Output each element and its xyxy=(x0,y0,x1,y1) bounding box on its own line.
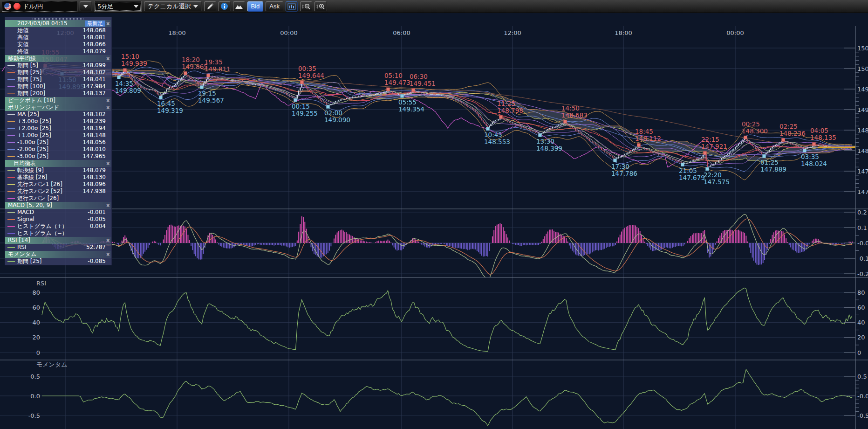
svg-text:80: 80 xyxy=(32,289,40,296)
candle-datetime-header[interactable]: 2024/03/08 04:15最新足× xyxy=(5,20,111,27)
svg-text:06:00: 06:00 xyxy=(393,29,410,36)
indicator-row: -1.00σ [25]148.056 xyxy=(5,139,111,146)
svg-text:0.5: 0.5 xyxy=(30,373,40,380)
close-icon[interactable]: × xyxy=(106,20,110,27)
row-value: 148.102 xyxy=(82,111,106,118)
svg-text:149.0: 149.0 xyxy=(857,106,868,113)
svg-text:00:15: 00:15 xyxy=(292,103,310,110)
svg-text:148.112: 148.112 xyxy=(635,135,661,142)
series-color-swatch xyxy=(7,65,15,66)
row-value: 148.148 xyxy=(82,132,106,139)
timeframe-select[interactable]: 5分足 xyxy=(94,1,142,12)
series-color-swatch xyxy=(7,233,15,234)
bottom-marker-icon xyxy=(294,98,297,102)
svg-text:12:00: 12:00 xyxy=(504,29,521,36)
indicator-row: ヒストグラム（−） xyxy=(5,230,111,237)
bottom-marker-icon xyxy=(486,127,490,131)
svg-text:147.786: 147.786 xyxy=(611,170,637,177)
row-value: 148.068 xyxy=(82,27,106,34)
area-chart-icon xyxy=(235,3,243,10)
svg-text:19:15: 19:15 xyxy=(198,90,216,97)
price-chart-canvas[interactable]: 10:55150.04715:10149.93918:20149.86519:3… xyxy=(0,13,868,429)
close-icon[interactable]: × xyxy=(106,237,110,244)
technical-select-button[interactable]: テクニカル選択 xyxy=(144,1,202,12)
info-button[interactable] xyxy=(219,1,231,12)
bottom-marker-icon xyxy=(401,94,404,97)
svg-text:17:30: 17:30 xyxy=(611,163,629,170)
close-icon[interactable]: × xyxy=(106,202,110,209)
series-color-swatch xyxy=(7,261,15,262)
series-color-swatch xyxy=(7,177,15,178)
svg-text:05:10: 05:10 xyxy=(384,72,403,79)
row-value: 52.787 xyxy=(86,244,106,251)
indicator-section-header[interactable]: モメンタム× xyxy=(5,251,111,258)
close-icon[interactable]: × xyxy=(106,160,110,167)
indicator-section-header[interactable]: ボリンジャーバンド× xyxy=(5,104,111,111)
series-color-swatch xyxy=(7,212,15,213)
indicator-row: MACD-0.001 xyxy=(5,209,111,216)
row-value: 148.066 xyxy=(82,41,106,48)
latest-candle-button[interactable]: 最新足 xyxy=(85,21,106,27)
pair-dropdown-button[interactable] xyxy=(80,1,92,12)
chart-type-button[interactable] xyxy=(286,1,298,12)
indicator-section-header[interactable]: 一目均衡表× xyxy=(5,160,111,167)
svg-text:00:25: 00:25 xyxy=(742,120,760,128)
indicator-row: 期間 [200]148.137 xyxy=(5,90,111,97)
series-color-swatch xyxy=(7,93,15,94)
series-color-swatch xyxy=(7,121,15,122)
close-icon[interactable]: × xyxy=(106,55,110,62)
ask-button[interactable]: Ask xyxy=(266,1,283,12)
svg-text:149.473: 149.473 xyxy=(384,79,410,86)
bid-button[interactable]: Bid xyxy=(247,1,264,12)
indicator-row: -2.00σ [25]148.010 xyxy=(5,146,111,153)
indicator-section-header[interactable]: MACD [5, 20, 9]× xyxy=(5,202,111,209)
zoom-out-button[interactable] xyxy=(300,1,312,12)
zoom-in-button[interactable] xyxy=(314,1,327,12)
series-color-swatch xyxy=(7,219,15,220)
indicator-row: -3.00σ [25]147.965 xyxy=(5,153,111,160)
indicator-row: 期間 [75]148.041 xyxy=(5,76,111,83)
svg-text:11:25: 11:25 xyxy=(497,100,515,107)
svg-text:20: 20 xyxy=(857,334,865,341)
svg-text:03:35: 03:35 xyxy=(801,153,819,160)
svg-text:149.090: 149.090 xyxy=(324,116,350,124)
svg-text:02:25: 02:25 xyxy=(779,123,798,130)
row-label: ヒストグラム（−） xyxy=(17,230,68,237)
bottom-marker-icon xyxy=(614,159,617,162)
currency-pair-selector[interactable]: ドル/円 xyxy=(2,1,77,12)
bottom-marker-icon xyxy=(117,76,121,79)
series-color-swatch xyxy=(7,114,15,115)
row-label: 期間 [75] xyxy=(17,76,41,83)
rsi-pane-title: RSI xyxy=(36,280,46,287)
row-label: +1.00σ [25] xyxy=(17,132,51,139)
indicator-section-header[interactable]: 移動平均線× xyxy=(5,55,111,62)
momentum-pane-title: モメンタム xyxy=(36,361,68,368)
close-icon[interactable]: × xyxy=(106,104,110,111)
row-label: Signal xyxy=(17,216,34,223)
draw-tool-button[interactable] xyxy=(204,1,216,12)
bottom-marker-icon xyxy=(681,163,684,166)
series-color-swatch xyxy=(7,149,15,150)
area-chart-button[interactable] xyxy=(233,1,245,12)
row-label: ピークボトム [10] xyxy=(8,97,55,104)
svg-text:148.5: 148.5 xyxy=(857,127,868,134)
row-value: 148.079 xyxy=(82,48,106,55)
close-icon[interactable]: × xyxy=(106,97,110,104)
svg-text:149.354: 149.354 xyxy=(398,105,424,113)
indicator-panel[interactable]: 2024/03/08 04:15最新足×始値148.068高値148.081安値… xyxy=(5,17,112,265)
indicator-section-header[interactable]: ピークボトム [10]× xyxy=(5,97,111,104)
indicator-row: 期間 [5]148.099 xyxy=(5,62,111,69)
row-label: 期間 [100] xyxy=(17,83,45,90)
svg-text:149.255: 149.255 xyxy=(292,110,318,117)
row-value: 147.984 xyxy=(82,83,106,90)
svg-text:148.683: 148.683 xyxy=(561,111,588,119)
svg-text:147.679: 147.679 xyxy=(679,174,705,181)
svg-text:19:35: 19:35 xyxy=(205,58,223,66)
candle-chart-icon xyxy=(287,3,296,10)
info-icon xyxy=(221,3,228,10)
peak-marker-icon xyxy=(782,138,785,142)
row-label: RSI [14] xyxy=(8,237,30,244)
indicator-section-header[interactable]: RSI [14]× xyxy=(5,237,111,244)
close-icon[interactable]: × xyxy=(106,251,110,258)
row-label: 転換線 [9] xyxy=(17,167,44,174)
